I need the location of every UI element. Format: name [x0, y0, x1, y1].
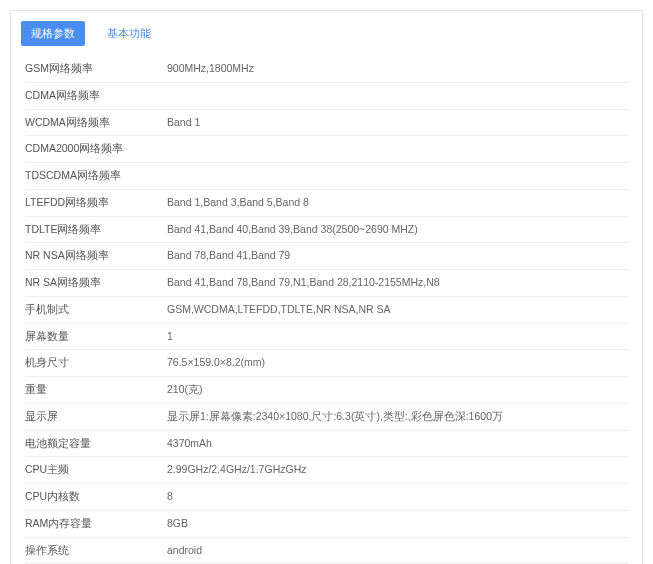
- tab-specs[interactable]: 规格参数: [21, 21, 85, 46]
- spec-row: 机身尺寸76.5×159.0×8.2(mm): [25, 350, 628, 377]
- spec-value: 4370mAh: [167, 436, 628, 452]
- spec-row: CDMA网络频率: [25, 83, 628, 110]
- spec-row: RAM内存容量8GB: [25, 511, 628, 538]
- spec-label: TDSCDMA网络频率: [25, 168, 167, 184]
- spec-label: 手机制式: [25, 302, 167, 318]
- spec-value: 8GB: [167, 516, 628, 532]
- spec-row: 操作系统android: [25, 538, 628, 565]
- spec-value: Band 1,Band 3,Band 5,Band 8: [167, 195, 628, 211]
- spec-value: GSM,WCDMA,LTEFDD,TDLTE,NR NSA,NR SA: [167, 302, 628, 318]
- tab-bar: 规格参数 基本功能: [11, 11, 642, 52]
- spec-value: Band 78,Band 41,Band 79: [167, 248, 628, 264]
- spec-value: 8: [167, 489, 628, 505]
- tab-basic[interactable]: 基本功能: [97, 21, 161, 46]
- spec-label: NR NSA网络频率: [25, 248, 167, 264]
- spec-value: [167, 168, 628, 184]
- spec-label: 显示屏: [25, 409, 167, 425]
- spec-row: GSM网络频率900MHz,1800MHz: [25, 56, 628, 83]
- spec-value: [167, 141, 628, 157]
- spec-label: GSM网络频率: [25, 61, 167, 77]
- spec-value: 显示屏1:屏幕像素:2340×1080,尺寸:6.3(英寸),类型:,彩色屏色深…: [167, 409, 628, 425]
- spec-card: 规格参数 基本功能 GSM网络频率900MHz,1800MHzCDMA网络频率W…: [10, 10, 643, 564]
- spec-row: TDSCDMA网络频率: [25, 163, 628, 190]
- spec-row: WCDMA网络频率Band 1: [25, 110, 628, 137]
- spec-row: 重量210(克): [25, 377, 628, 404]
- spec-label: 屏幕数量: [25, 329, 167, 345]
- spec-value: 2.99GHz/2.4GHz/1.7GHzGHz: [167, 462, 628, 478]
- spec-row: 显示屏显示屏1:屏幕像素:2340×1080,尺寸:6.3(英寸),类型:,彩色…: [25, 404, 628, 431]
- spec-table: GSM网络频率900MHz,1800MHzCDMA网络频率WCDMA网络频率Ba…: [11, 52, 642, 564]
- spec-value: Band 1: [167, 115, 628, 131]
- spec-value: Band 41,Band 40,Band 39,Band 38(2500~269…: [167, 222, 628, 238]
- spec-value: android: [167, 543, 628, 559]
- spec-label: CDMA网络频率: [25, 88, 167, 104]
- spec-label: LTEFDD网络频率: [25, 195, 167, 211]
- spec-value: Band 41,Band 78,Band 79,N1,Band 28,2110-…: [167, 275, 628, 291]
- spec-label: NR SA网络频率: [25, 275, 167, 291]
- spec-row: 电池额定容量4370mAh: [25, 431, 628, 458]
- spec-label: RAM内存容量: [25, 516, 167, 532]
- spec-row: CPU内核数8: [25, 484, 628, 511]
- spec-row: NR SA网络频率Band 41,Band 78,Band 79,N1,Band…: [25, 270, 628, 297]
- spec-row: CPU主频2.99GHz/2.4GHz/1.7GHzGHz: [25, 457, 628, 484]
- spec-label: CPU主频: [25, 462, 167, 478]
- spec-row: LTEFDD网络频率Band 1,Band 3,Band 5,Band 8: [25, 190, 628, 217]
- spec-value: 1: [167, 329, 628, 345]
- spec-value: 900MHz,1800MHz: [167, 61, 628, 77]
- spec-value: [167, 88, 628, 104]
- spec-label: CDMA2000网络频率: [25, 141, 167, 157]
- spec-label: 重量: [25, 382, 167, 398]
- spec-label: 操作系统: [25, 543, 167, 559]
- spec-label: 机身尺寸: [25, 355, 167, 371]
- spec-label: TDLTE网络频率: [25, 222, 167, 238]
- spec-row: TDLTE网络频率Band 41,Band 40,Band 39,Band 38…: [25, 217, 628, 244]
- spec-row: 手机制式GSM,WCDMA,LTEFDD,TDLTE,NR NSA,NR SA: [25, 297, 628, 324]
- spec-label: 电池额定容量: [25, 436, 167, 452]
- spec-value: 210(克): [167, 382, 628, 398]
- spec-value: 76.5×159.0×8.2(mm): [167, 355, 628, 371]
- spec-row: CDMA2000网络频率: [25, 136, 628, 163]
- spec-label: CPU内核数: [25, 489, 167, 505]
- spec-label: WCDMA网络频率: [25, 115, 167, 131]
- spec-row: NR NSA网络频率Band 78,Band 41,Band 79: [25, 243, 628, 270]
- spec-row: 屏幕数量1: [25, 324, 628, 351]
